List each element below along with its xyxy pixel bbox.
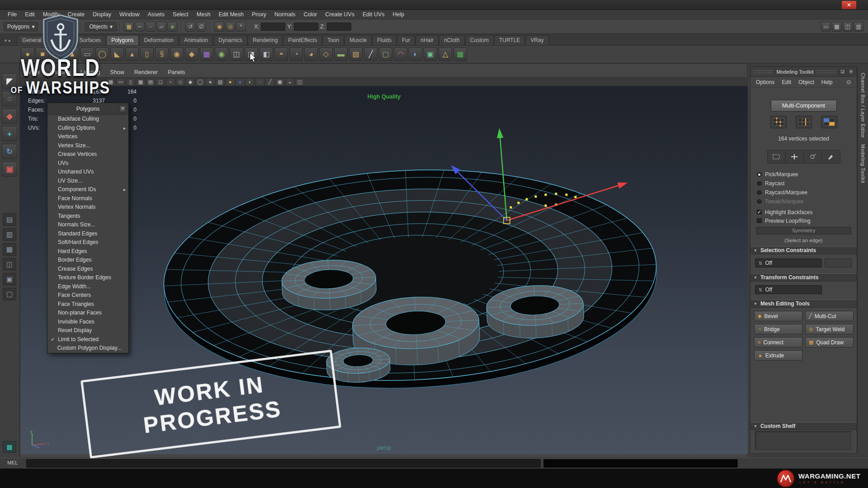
frame-all-icon[interactable]: ◇ — [176, 78, 185, 85]
toolkit-menu-object[interactable]: Object — [798, 79, 814, 85]
radio-option[interactable]: Raycast/Marquee — [757, 188, 807, 197]
mirror-icon[interactable]: ◐ — [409, 47, 422, 61]
uv-texture-icon[interactable]: ▦ — [200, 47, 213, 61]
shadows-toggle-icon[interactable]: ● — [236, 78, 245, 85]
drag-select-mode-icon[interactable] — [786, 150, 804, 163]
isolate-select-icon[interactable]: ◌ — [255, 78, 264, 85]
multi-cut-icon[interactable]: ╱ — [364, 47, 377, 61]
move-tool-icon[interactable]: + — [2, 126, 17, 141]
menubar-item[interactable]: Help — [389, 10, 409, 19]
toolkit-header[interactable]: Modeling Toolkit ❏ ✕ — [750, 67, 857, 77]
tab-channel-box[interactable]: Channel Box / Layer Editor — [860, 73, 866, 138]
bevel-icon[interactable]: ◇ — [319, 47, 333, 61]
shelf-tab[interactable]: Rendering — [248, 35, 283, 45]
rotate-tool-icon[interactable]: ↻ — [2, 144, 17, 159]
menu-item[interactable]: Crease Vertices — [47, 150, 128, 159]
shelf-tab[interactable]: Toon — [322, 35, 344, 45]
menubar-item[interactable]: Window — [115, 10, 143, 19]
poly-prism-icon[interactable]: ◣ — [110, 47, 124, 61]
occlusion-icon[interactable]: ◒ — [285, 78, 294, 85]
mesh-tool-button[interactable]: ≡ Connect — [754, 337, 802, 347]
section-mesh-editing-tools[interactable]: ▼ Mesh Editing Tools — [750, 300, 857, 308]
menu-header[interactable]: Polygons ✕ — [47, 103, 128, 115]
menu-item[interactable]: Vertex Size... — [47, 141, 128, 150]
snap-to-plane-icon[interactable]: ▱ — [156, 22, 166, 32]
radio-option[interactable]: Pick/Marquee — [757, 170, 807, 179]
menu-item[interactable]: Texture Border Edges — [47, 273, 128, 282]
menu-item[interactable]: Hard Edges — [47, 247, 128, 256]
poly-helix-icon[interactable]: § — [155, 47, 169, 61]
shelf-tab[interactable]: Deformation — [139, 35, 179, 45]
menu-item[interactable]: Crease Edges — [47, 265, 128, 274]
boolean-union-icon[interactable]: ◓ — [274, 47, 288, 61]
shelf-tab[interactable]: PaintEffects — [283, 35, 322, 45]
snap-to-grid-icon[interactable]: ▦ — [124, 22, 134, 32]
scale-tool-icon[interactable]: ▣ — [2, 161, 17, 177]
smooth-mesh-icon[interactable]: ◉ — [215, 47, 228, 61]
shelf-tab[interactable]: Muscle — [344, 35, 372, 45]
shelf-options-icon[interactable]: ▾▸ — [5, 38, 13, 43]
persp-outliner-icon[interactable]: ▣ — [3, 273, 16, 286]
no-construction-history-icon[interactable]: ∅ — [196, 22, 206, 32]
snap-to-curve-icon[interactable]: ∼ — [135, 22, 145, 32]
menu-item[interactable]: Non-planar Faces — [47, 309, 128, 318]
poly-pyramid-icon[interactable]: ▴ — [125, 47, 139, 61]
menubar-item[interactable]: Edit Mesh — [214, 10, 248, 19]
menubar-item[interactable]: Color — [299, 10, 321, 19]
panel-menu-item[interactable]: Show — [110, 69, 124, 75]
multi-component-button[interactable]: Multi-Component — [771, 100, 837, 112]
menu-item[interactable]: Face Centers — [47, 291, 128, 300]
single-pane-icon[interactable]: ▤ — [3, 213, 16, 226]
render-current-frame-icon[interactable]: ◉ — [214, 22, 224, 32]
mesh-tool-button[interactable]: ◎ Target Weld — [805, 324, 854, 334]
marquee-select-mode-icon[interactable] — [768, 150, 786, 163]
menu-item[interactable]: Vertices — [47, 132, 128, 141]
plugin-display-icon[interactable]: ◫ — [295, 78, 304, 85]
snap-to-point-icon[interactable]: ◦ — [146, 22, 156, 32]
menu-item[interactable]: Culling Options — [47, 124, 128, 133]
two-pane-stacked-icon[interactable]: ◫ — [3, 258, 16, 271]
menu-item[interactable]: Backface Culling — [47, 115, 128, 124]
frame-selected-icon[interactable]: ◆ — [186, 78, 195, 85]
shelf-tab[interactable]: Custom — [465, 35, 494, 45]
safe-title-icon[interactable]: ▫ — [166, 78, 175, 85]
face-mode-icon[interactable] — [821, 116, 837, 128]
bridge-icon[interactable]: ▬ — [334, 47, 348, 61]
sculpt-icon[interactable]: ◠ — [394, 47, 407, 61]
section-selection-constraints[interactable]: ▼ Selection Constraints — [750, 246, 857, 254]
shelf-tab[interactable]: nCloth — [439, 35, 465, 45]
gate-mask-icon[interactable]: ▩ — [136, 78, 145, 85]
single-pane-layout-icon[interactable]: ▭ — [821, 22, 831, 32]
mesh-tool-button[interactable]: ╱ Multi-Cut — [805, 311, 854, 321]
section-transform-constraints[interactable]: ▼ Transform Constraints — [750, 273, 857, 282]
mesh-tool-button[interactable]: ∩ Bridge — [754, 324, 802, 334]
uv-checker-icon[interactable]: ▩ — [453, 47, 467, 61]
menu-item[interactable]: Unshared UVs — [47, 168, 128, 177]
menu-item[interactable]: Face Normals — [47, 194, 128, 203]
menu-item[interactable]: Limit to Selected — [47, 335, 128, 344]
construction-history-icon[interactable]: ↺ — [185, 22, 195, 32]
menubar-item[interactable]: Create UVs — [321, 10, 359, 19]
boolean-difference-icon[interactable]: ◔ — [289, 47, 303, 61]
menu-item[interactable]: UV Size... — [47, 177, 128, 186]
menu-item[interactable]: Vertex Normals — [47, 203, 128, 212]
shaded-mode-icon[interactable]: ● — [206, 78, 215, 85]
xray-mode-icon[interactable]: ◐ — [245, 78, 255, 85]
panel-toggle-icon[interactable]: ▥ — [854, 22, 863, 32]
paint-select-mode-icon[interactable] — [822, 150, 840, 163]
menubar-item[interactable]: Normals — [270, 10, 300, 19]
close-icon[interactable]: ✕ — [848, 69, 854, 75]
quad-draw-icon[interactable]: ▣ — [424, 47, 437, 61]
drag-handle[interactable] — [816, 70, 837, 74]
menu-item[interactable]: Reset Display — [47, 326, 128, 335]
selection-constraint-dropdown[interactable]: ⇅ Off — [755, 258, 822, 267]
menu-item[interactable]: Component IDs — [47, 185, 128, 194]
multisample-icon[interactable]: ▣ — [275, 78, 284, 85]
shelf-tab[interactable]: Dynamics — [213, 35, 247, 45]
paint-select-tool-icon[interactable]: ◆ — [2, 108, 17, 124]
menubar-item[interactable]: Select — [169, 10, 193, 19]
extrude-icon[interactable]: ▧ — [349, 47, 363, 61]
checkbox-option[interactable]: Preview Loop/Ring — [757, 216, 812, 225]
menubar-item[interactable]: Edit UVs — [359, 10, 389, 19]
mesh-tool-button[interactable]: ▦ Quad Draw — [805, 337, 854, 347]
